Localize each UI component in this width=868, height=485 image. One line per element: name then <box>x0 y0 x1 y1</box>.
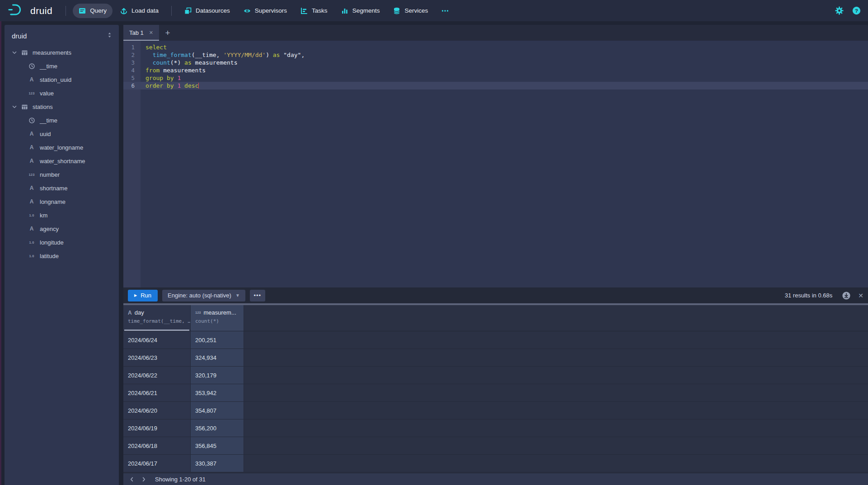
tasks-icon <box>300 7 308 14</box>
run-label: Run <box>141 292 151 299</box>
schema-sidebar: druid measurements__timeAstation_uuid123… <box>5 25 119 485</box>
druid-logo-icon <box>7 3 26 18</box>
table-row: 2024/06/22320,179 <box>123 367 868 384</box>
cell-day[interactable]: 2024/06/23 <box>123 349 191 366</box>
query-more-button[interactable]: ••• <box>250 290 265 301</box>
number-type-icon: 123 <box>28 173 35 177</box>
code-line-3[interactable]: 3 count(*) as measurements <box>123 59 868 66</box>
text-cursor <box>198 83 199 89</box>
table-row: 2024/06/23324,934 <box>123 349 868 367</box>
run-button[interactable]: ▶ Run <box>128 290 158 301</box>
nav-item-load-data[interactable]: Load data <box>114 4 164 18</box>
datasources-icon <box>184 7 192 14</box>
code-line-1[interactable]: 1select <box>123 43 868 51</box>
cell-day[interactable]: 2024/06/20 <box>123 402 191 419</box>
nav-item-label: Query <box>90 7 107 14</box>
tree-column-number[interactable]: 123number <box>5 168 119 181</box>
tree-table-measurements[interactable]: measurements <box>5 46 119 59</box>
close-results-icon[interactable]: ✕ <box>858 292 863 299</box>
nav-item-services[interactable]: Services <box>387 4 434 18</box>
tab-close-icon[interactable]: ✕ <box>149 30 153 35</box>
line-number: 5 <box>123 74 141 82</box>
cell-measurements[interactable]: 356,845 <box>191 437 244 454</box>
engine-select[interactable]: Engine: auto (sql-native) ▼ <box>162 290 245 301</box>
cell-day[interactable]: 2024/06/24 <box>123 331 191 348</box>
cell-day[interactable]: 2024/06/21 <box>123 384 191 401</box>
cell-measurements[interactable]: 320,179 <box>191 367 244 384</box>
time-type-icon <box>28 63 35 70</box>
table-row: 2024/06/24200,251 <box>123 331 868 349</box>
tree-column-water_longname[interactable]: Awater_longname <box>5 141 119 154</box>
nav-item-segments[interactable]: Segments <box>335 4 386 18</box>
tree-column-longitude[interactable]: 1.0longitude <box>5 235 119 249</box>
tree-column-latitude[interactable]: 1.0latitude <box>5 249 119 263</box>
druid-logo[interactable]: druid <box>7 3 52 18</box>
tree-table-stations[interactable]: stations <box>5 100 119 113</box>
string-type-icon: A <box>28 144 35 151</box>
code-line-2[interactable]: 2 time_format(__time, 'YYYY/MM/dd') as "… <box>123 51 868 59</box>
new-tab-button[interactable]: + <box>159 25 176 41</box>
tree-column-agency[interactable]: Aagency <box>5 222 119 235</box>
cell-day[interactable]: 2024/06/19 <box>123 419 191 437</box>
engine-label: Engine: auto (sql-native) <box>168 292 231 299</box>
schema-selector[interactable]: druid <box>5 25 119 46</box>
download-icon[interactable] <box>842 291 851 300</box>
line-number: 6 <box>123 82 141 89</box>
cell-measurements[interactable]: 353,942 <box>191 384 244 401</box>
sort-swap-icon[interactable] <box>107 32 113 40</box>
tree-column-value[interactable]: 123value <box>5 86 119 100</box>
line-number: 4 <box>123 66 141 74</box>
code-line-4[interactable]: 4from measurements <box>123 66 868 74</box>
tree-column-__time[interactable]: __time <box>5 113 119 127</box>
cell-measurements[interactable]: 356,200 <box>191 419 244 437</box>
tree-column-station_uuid[interactable]: Astation_uuid <box>5 73 119 86</box>
column-header-1[interactable]: Adaytime_format(__time, … <box>123 305 191 331</box>
caret-down-icon: ▼ <box>235 293 240 298</box>
settings-gear-icon[interactable] <box>835 6 844 15</box>
tree-column-longname[interactable]: Alongname <box>5 195 119 208</box>
nav-divider <box>66 6 66 16</box>
column-header-2[interactable]: 123measurem...count(*) <box>191 305 244 331</box>
cell-measurements[interactable]: 330,387 <box>191 455 244 472</box>
nav-item-label: Supervisors <box>255 7 287 14</box>
tab-1[interactable]: Tab 1 ✕ <box>123 25 159 41</box>
play-icon: ▶ <box>134 294 137 297</box>
nav-item-tasks[interactable]: Tasks <box>295 4 333 18</box>
code-line-5[interactable]: 5group by 1 <box>123 74 868 82</box>
help-icon[interactable]: ? <box>852 6 861 15</box>
tree-column-water_shortname[interactable]: Awater_shortname <box>5 154 119 168</box>
column-name: water_shortname <box>40 158 85 165</box>
cell-measurements[interactable]: 354,807 <box>191 402 244 419</box>
tab-label: Tab 1 <box>129 29 144 36</box>
column-name: uuid <box>40 131 51 137</box>
nav-item-more[interactable] <box>436 4 455 18</box>
sql-editor[interactable]: 1select2 time_format(__time, 'YYYY/MM/dd… <box>123 41 868 287</box>
cell-day[interactable]: 2024/06/22 <box>123 367 191 384</box>
pagination-label: Showing 1-20 of 31 <box>155 476 206 483</box>
cell-day[interactable]: 2024/06/17 <box>123 455 191 472</box>
code-text: from measurements <box>141 66 206 74</box>
page-next-icon[interactable] <box>138 474 150 485</box>
segments-icon <box>341 7 348 14</box>
code-line-6[interactable]: 6order by 1 desc <box>123 82 868 89</box>
page-prev-icon[interactable] <box>126 474 138 485</box>
tree-column-shortname[interactable]: Ashortname <box>5 181 119 195</box>
nav-item-query[interactable]: Query <box>73 4 113 18</box>
query-icon <box>79 7 86 14</box>
column-expression: count(*) <box>195 318 244 324</box>
cell-measurements[interactable]: 200,251 <box>191 331 244 348</box>
line-number: 1 <box>123 43 141 51</box>
cell-measurements[interactable]: 324,934 <box>191 349 244 366</box>
nav-item-datasources[interactable]: Datasources <box>178 4 236 18</box>
tree-column-km[interactable]: 1.0km <box>5 208 119 222</box>
cell-day[interactable]: 2024/06/18 <box>123 437 191 454</box>
tree-column-uuid[interactable]: Auuid <box>5 127 119 141</box>
results-panel: Adaytime_format(__time, …123measurem...c… <box>123 305 868 473</box>
table-row: 2024/06/21353,942 <box>123 384 868 402</box>
string-type-icon: A <box>28 198 35 205</box>
tree-column-__time[interactable]: __time <box>5 59 119 73</box>
nav-item-supervisors[interactable]: Supervisors <box>238 4 293 18</box>
brand-wordmark: druid <box>30 5 52 16</box>
query-panel: Tab 1 ✕ + 1select2 time_format(__time, '… <box>123 25 868 485</box>
column-name: value <box>40 90 54 97</box>
